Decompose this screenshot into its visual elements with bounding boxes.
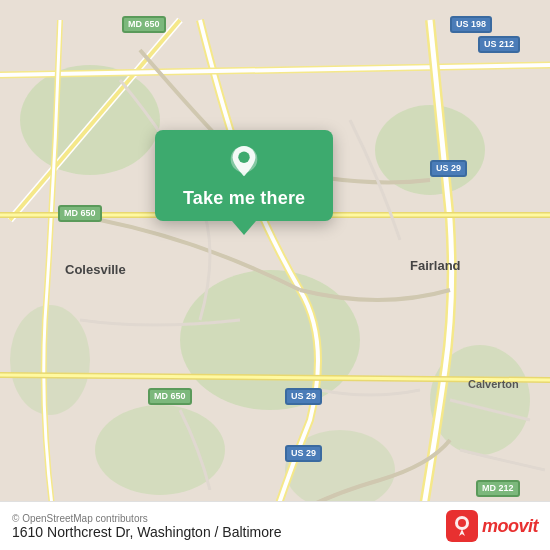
map-background	[0, 0, 550, 550]
svg-point-20	[458, 519, 466, 527]
popup: Take me there	[155, 130, 333, 235]
map-container: MD 650 US 198 MD 650 US 29 US 212 MD 650…	[0, 0, 550, 550]
popup-box: Take me there	[155, 130, 333, 221]
shield-us212-br: US 212	[478, 36, 520, 53]
svg-point-17	[238, 152, 249, 163]
shield-md650-left: MD 650	[58, 205, 102, 222]
map-pin-icon	[228, 144, 260, 182]
address-text: 1610 Northcrest Dr, Washington / Baltimo…	[12, 524, 282, 540]
shield-us29-bottom: US 29	[285, 388, 322, 405]
popup-arrow	[232, 221, 256, 235]
osm-credit: © OpenStreetMap contributors	[12, 513, 282, 524]
moovit-icon	[446, 510, 478, 542]
moovit-text-label: moovit	[482, 516, 538, 537]
shield-md212-bottom: MD 212	[476, 480, 520, 497]
shield-us29-right: US 29	[430, 160, 467, 177]
moovit-logo: moovit	[446, 510, 538, 542]
bottom-bar: © OpenStreetMap contributors 1610 Northc…	[0, 501, 550, 550]
take-me-there-button[interactable]: Take me there	[183, 188, 305, 209]
shield-us29-bottom2: US 29	[285, 445, 322, 462]
shield-md650-bottom: MD 650	[148, 388, 192, 405]
shield-us198: US 198	[450, 16, 492, 33]
shield-md650-top: MD 650	[122, 16, 166, 33]
bottom-left: © OpenStreetMap contributors 1610 Northc…	[12, 513, 282, 540]
